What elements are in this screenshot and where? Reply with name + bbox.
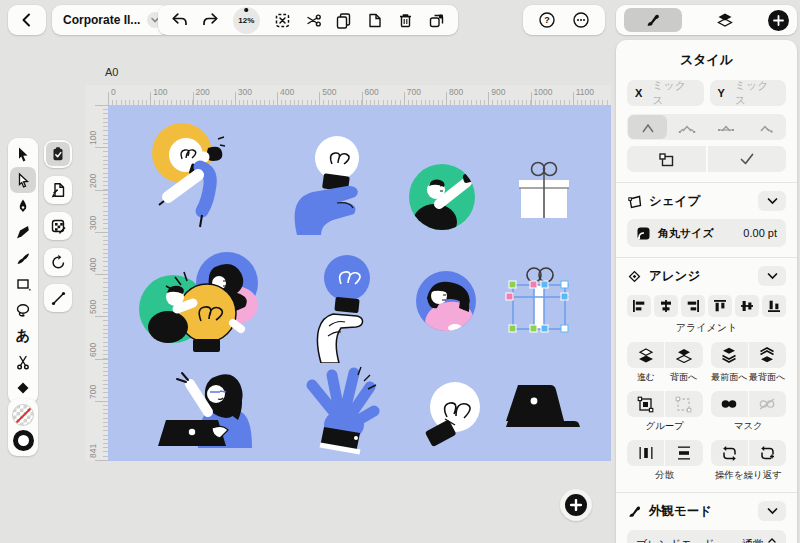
align-center-horizontal-button[interactable] [654, 295, 678, 317]
illustration-gift-box[interactable] [512, 160, 574, 224]
laptop-side-art [498, 383, 583, 439]
shape-collapse-button[interactable] [758, 191, 786, 211]
illustration-tilted-lightbulb[interactable] [415, 377, 485, 453]
help-button[interactable]: ? [538, 11, 556, 29]
scissors-tool[interactable] [10, 349, 36, 375]
gift-box-art [512, 160, 574, 224]
text-tool[interactable]: あ [10, 323, 36, 349]
align-bottom-button[interactable] [762, 295, 786, 317]
node-tool[interactable] [10, 167, 36, 193]
redo-button[interactable] [202, 12, 219, 28]
illustration-laptop-side-view[interactable] [498, 383, 583, 439]
illustration-two-people-sharing-idea[interactable] [135, 245, 270, 365]
align-top-button[interactable] [708, 295, 732, 317]
copy-button[interactable] [335, 12, 352, 29]
horizontal-ruler[interactable]: 010020030040050060070080090010001100 [108, 85, 611, 105]
more-options-button[interactable] [572, 11, 590, 29]
group-button[interactable] [627, 391, 664, 417]
svg-text:?: ? [545, 15, 551, 25]
corner-radius-icon [636, 226, 651, 241]
y-position-field[interactable]: Y ミックス [710, 80, 787, 106]
duplicate-button[interactable] [428, 12, 445, 29]
blend-mode-row[interactable]: ブレンドモード 通常 [627, 530, 786, 543]
distribute-vertical-button[interactable] [665, 440, 702, 466]
brush-tool[interactable] [10, 245, 36, 271]
bring-forward-button[interactable] [627, 342, 664, 368]
illustration-hand-holding-blue-lightbulb[interactable] [305, 248, 380, 363]
main-toolbar: 12% [158, 5, 458, 35]
undo-button[interactable] [171, 12, 188, 28]
chevron-down-icon [767, 507, 778, 515]
unmask-button[interactable] [749, 391, 786, 417]
node-type-smooth[interactable] [667, 115, 706, 139]
edit-corner-button[interactable] [627, 146, 706, 172]
select-all-button[interactable] [274, 12, 291, 29]
layers-tab-button[interactable] [716, 12, 734, 28]
apply-button[interactable] [708, 146, 787, 172]
bring-to-front-button[interactable] [711, 342, 748, 368]
x-position-field[interactable]: X ミックス [627, 80, 704, 106]
illustration-man-in-green-circle[interactable] [405, 160, 480, 235]
ruler-label: 800 [449, 87, 463, 97]
vertical-ruler[interactable]: 0100200300400500600700841 [85, 105, 108, 461]
diagonal-line-button[interactable] [44, 284, 72, 312]
style-tab-button[interactable] [624, 8, 682, 32]
pencil-tool[interactable] [10, 219, 36, 245]
cut-button[interactable] [305, 12, 322, 29]
help-toolbar: ? [523, 5, 605, 35]
clipboard-check-button[interactable] [44, 140, 72, 168]
document-title-menu[interactable]: Corporate Il... [52, 5, 170, 35]
distribute-horizontal-button[interactable] [627, 440, 664, 466]
ruler-major-tick [150, 92, 151, 105]
ungroup-button[interactable] [665, 391, 702, 417]
send-backward-button[interactable] [665, 342, 702, 368]
add-element-button[interactable] [565, 494, 587, 516]
mask-icon [720, 398, 738, 410]
illustration-hand-holding-lightbulb[interactable] [285, 130, 375, 235]
illustration-open-hand[interactable] [300, 365, 380, 457]
node-type-disconnected[interactable] [746, 115, 785, 139]
auto-trace-button[interactable] [44, 212, 72, 240]
mask-button[interactable] [711, 391, 748, 417]
appearance-collapse-button[interactable] [758, 501, 786, 521]
node-type-asymmetric[interactable] [707, 115, 746, 139]
back-button[interactable] [8, 5, 46, 35]
send-to-back-button[interactable] [749, 342, 786, 368]
stroke-color-swatch[interactable] [13, 430, 34, 451]
align-bottom-icon [767, 299, 781, 313]
illustration-leaping-person-with-lightbulb[interactable] [140, 115, 250, 235]
rotate-button[interactable] [44, 248, 72, 276]
align-right-button[interactable] [681, 295, 705, 317]
illustration-woman-in-blue-circle[interactable] [413, 268, 479, 334]
arrange-collapse-button[interactable] [758, 266, 786, 286]
knife-tool[interactable] [10, 375, 36, 401]
node-arrow-icon [15, 172, 32, 189]
lasso-icon [15, 302, 31, 318]
artboard-canvas[interactable] [108, 105, 611, 461]
blend-mode-value: 通常 [742, 537, 764, 543]
fill-color-swatch[interactable] [12, 404, 34, 426]
align-left-button[interactable] [627, 295, 651, 317]
select-tool[interactable] [10, 141, 36, 167]
distribute-caption: 分散 [627, 469, 703, 482]
ruler-label: 400 [280, 87, 294, 97]
node-type-corner[interactable] [628, 115, 667, 139]
repeat-operation-button[interactable] [711, 440, 748, 466]
illustration-gift-box-selected-wireframe[interactable] [505, 265, 575, 339]
repeat-duplicate-button[interactable] [749, 440, 786, 466]
delete-button[interactable] [397, 12, 414, 29]
paste-button[interactable] [366, 12, 383, 29]
shape-tool[interactable] [10, 271, 36, 297]
scissors-icon [305, 12, 322, 29]
add-tab-button[interactable] [768, 10, 789, 31]
rotate-icon [50, 254, 67, 271]
pen-tool[interactable] [10, 193, 36, 219]
ruler-major-tick [488, 92, 489, 105]
unmask-icon [758, 398, 776, 410]
lasso-tool[interactable] [10, 297, 36, 323]
corner-radius-row[interactable]: 角丸サイズ 0.00 pt [627, 219, 786, 247]
align-middle-vertical-button[interactable] [735, 295, 759, 317]
zoom-level-badge[interactable]: 12% [233, 7, 260, 34]
document-edit-button[interactable] [44, 176, 72, 204]
illustration-woman-with-laptop[interactable] [150, 368, 270, 456]
